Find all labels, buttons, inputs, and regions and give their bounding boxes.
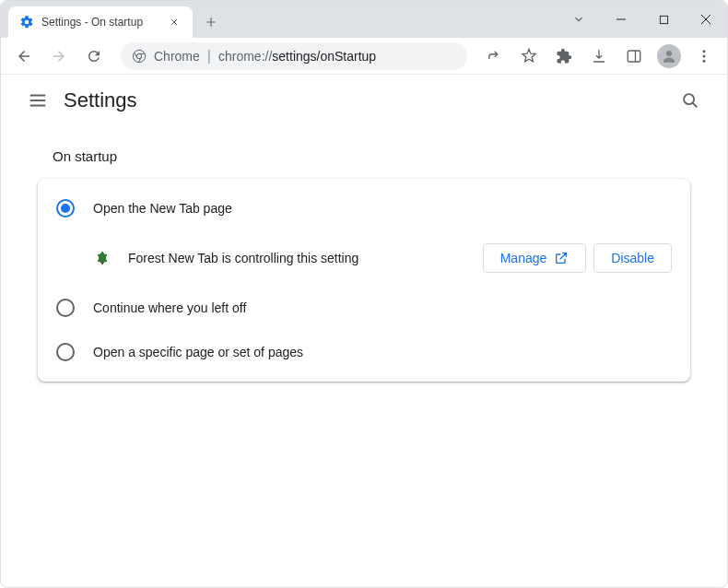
window-controls	[558, 1, 727, 38]
url-scheme-label: Chrome	[154, 49, 200, 64]
settings-header: Settings	[1, 75, 727, 126]
radio-option-continue[interactable]: Continue where you left off	[38, 286, 690, 330]
extension-notice-row: Forest New Tab is controlling this setti…	[38, 230, 690, 286]
radio-label: Open the New Tab page	[93, 201, 232, 216]
share-icon[interactable]	[478, 41, 510, 72]
section-title: On startup	[53, 148, 690, 164]
extension-app-icon	[93, 249, 112, 267]
tab-title: Settings - On startup	[41, 16, 167, 29]
manage-button-label: Manage	[500, 251, 547, 265]
svg-rect-9	[101, 260, 103, 265]
svg-rect-3	[628, 51, 640, 62]
chrome-icon	[132, 49, 147, 64]
page-title: Settings	[64, 88, 137, 112]
url-text: chrome://settings/onStartup	[218, 49, 376, 64]
address-bar[interactable]: Chrome | chrome://settings/onStartup	[121, 42, 467, 70]
svg-point-4	[666, 51, 672, 56]
extension-notice-text: Forest New Tab is controlling this setti…	[128, 251, 476, 265]
settings-card: Open the New Tab page Forest New Tab is …	[38, 179, 690, 382]
browser-toolbar: Chrome | chrome://settings/onStartup	[1, 38, 727, 75]
svg-rect-0	[660, 16, 667, 23]
svg-point-5	[703, 50, 706, 53]
radio-option-specific-pages[interactable]: Open a specific page or set of pages	[38, 330, 690, 374]
manage-button[interactable]: Manage	[483, 243, 587, 273]
disable-button-label: Disable	[611, 251, 654, 265]
radio-icon	[56, 343, 75, 361]
disable-button[interactable]: Disable	[593, 243, 672, 273]
radio-icon	[56, 199, 75, 218]
forward-button[interactable]	[43, 41, 75, 72]
main-content: On startup Open the New Tab page Forest …	[1, 126, 727, 404]
svg-point-8	[684, 94, 694, 104]
download-icon[interactable]	[583, 41, 615, 72]
external-link-icon	[554, 251, 569, 265]
chevron-down-icon[interactable]	[558, 5, 600, 34]
radio-option-new-tab[interactable]: Open the New Tab page	[38, 186, 690, 230]
svg-point-6	[703, 54, 706, 57]
bookmark-icon[interactable]	[513, 41, 545, 72]
maximize-button[interactable]	[642, 5, 685, 34]
hamburger-menu-button[interactable]	[19, 82, 56, 119]
minimize-button[interactable]	[600, 5, 642, 34]
sidepanel-icon[interactable]	[618, 41, 650, 72]
svg-point-7	[703, 59, 706, 62]
reload-button[interactable]	[78, 41, 110, 72]
back-button[interactable]	[8, 41, 40, 72]
gear-icon	[19, 15, 34, 29]
window-titlebar: Settings - On startup	[1, 1, 727, 38]
extensions-icon[interactable]	[548, 41, 580, 72]
close-icon[interactable]	[167, 15, 182, 29]
avatar-icon	[657, 44, 681, 68]
radio-label: Continue where you left off	[93, 300, 246, 315]
profile-button[interactable]	[653, 41, 685, 72]
search-button[interactable]	[672, 82, 709, 119]
close-window-button[interactable]	[685, 5, 727, 34]
new-tab-button[interactable]	[198, 9, 224, 35]
radio-icon	[56, 299, 75, 317]
menu-icon[interactable]	[688, 41, 720, 72]
radio-label: Open a specific page or set of pages	[93, 345, 303, 359]
browser-tab[interactable]: Settings - On startup	[8, 6, 193, 38]
